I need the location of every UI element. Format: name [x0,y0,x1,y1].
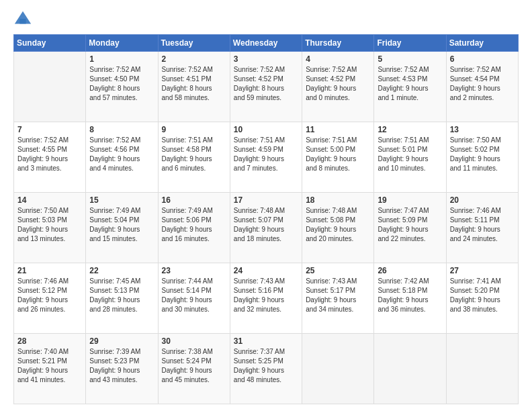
day-number: 8 [89,125,154,134]
day-info: Sunrise: 7:51 AMSunset: 4:59 PMDaylight:… [234,136,298,173]
day-number: 29 [89,336,154,346]
day-number: 30 [162,336,226,346]
calendar-cell: 21Sunrise: 7:46 AMSunset: 5:12 PMDayligh… [14,263,86,334]
calendar-cell: 15Sunrise: 7:49 AMSunset: 5:04 PMDayligh… [86,193,158,263]
calendar-cell: 6Sunrise: 7:52 AMSunset: 4:54 PMDaylight… [446,52,518,122]
day-number: 12 [378,125,442,134]
calendar-cell: 24Sunrise: 7:43 AMSunset: 5:16 PMDayligh… [230,263,302,334]
calendar-cell: 9Sunrise: 7:51 AMSunset: 4:58 PMDaylight… [158,122,230,193]
day-number: 15 [89,195,154,205]
weekday-header-thursday: Thursday [302,35,374,52]
day-number: 24 [234,266,298,275]
day-info: Sunrise: 7:50 AMSunset: 5:02 PMDaylight:… [450,136,515,173]
calendar-cell: 28Sunrise: 7:40 AMSunset: 5:21 PMDayligh… [14,334,86,404]
weekday-header-monday: Monday [86,35,158,52]
day-info: Sunrise: 7:39 AMSunset: 5:23 PMDaylight:… [89,347,154,385]
weekday-header-wednesday: Wednesday [230,35,302,52]
day-info: Sunrise: 7:46 AMSunset: 5:12 PMDaylight:… [17,277,82,314]
day-number: 5 [378,54,442,64]
day-number: 19 [378,195,442,205]
day-info: Sunrise: 7:52 AMSunset: 4:52 PMDaylight:… [306,65,370,103]
calendar-cell: 19Sunrise: 7:47 AMSunset: 5:09 PMDayligh… [374,193,446,263]
calendar-cell: 2Sunrise: 7:52 AMSunset: 4:51 PMDaylight… [158,52,230,122]
day-info: Sunrise: 7:48 AMSunset: 5:08 PMDaylight:… [306,206,370,244]
day-number: 18 [306,195,370,205]
day-info: Sunrise: 7:49 AMSunset: 5:04 PMDaylight:… [89,206,154,244]
day-number: 14 [17,195,82,205]
day-number: 26 [378,266,442,275]
calendar-table: SundayMondayTuesdayWednesdayThursdayFrid… [13,34,519,404]
calendar-cell: 22Sunrise: 7:45 AMSunset: 5:13 PMDayligh… [86,263,158,334]
calendar-cell: 29Sunrise: 7:39 AMSunset: 5:23 PMDayligh… [86,334,158,404]
day-info: Sunrise: 7:52 AMSunset: 4:51 PMDaylight:… [162,65,226,103]
day-info: Sunrise: 7:46 AMSunset: 5:11 PMDaylight:… [450,206,515,244]
day-number: 16 [162,195,226,205]
day-info: Sunrise: 7:40 AMSunset: 5:21 PMDaylight:… [17,347,82,385]
day-number: 7 [17,125,82,134]
calendar-cell: 18Sunrise: 7:48 AMSunset: 5:08 PMDayligh… [302,193,374,263]
svg-rect-1 [19,19,26,24]
calendar-week-row: 7Sunrise: 7:52 AMSunset: 4:55 PMDaylight… [14,122,519,193]
calendar-week-row: 14Sunrise: 7:50 AMSunset: 5:03 PMDayligh… [14,193,519,263]
day-info: Sunrise: 7:43 AMSunset: 5:17 PMDaylight:… [306,277,370,314]
day-info: Sunrise: 7:38 AMSunset: 5:24 PMDaylight:… [162,347,226,385]
day-info: Sunrise: 7:44 AMSunset: 5:14 PMDaylight:… [162,277,226,314]
calendar-cell [302,334,374,404]
calendar-body: 1Sunrise: 7:52 AMSunset: 4:50 PMDaylight… [14,52,519,404]
day-info: Sunrise: 7:52 AMSunset: 4:52 PMDaylight:… [234,65,298,103]
calendar-cell [446,334,518,404]
calendar-cell: 17Sunrise: 7:48 AMSunset: 5:07 PMDayligh… [230,193,302,263]
day-number: 3 [234,54,298,64]
day-info: Sunrise: 7:52 AMSunset: 4:54 PMDaylight:… [450,65,515,103]
calendar-cell: 13Sunrise: 7:50 AMSunset: 5:02 PMDayligh… [446,122,518,193]
day-info: Sunrise: 7:52 AMSunset: 4:50 PMDaylight:… [89,65,154,103]
logo [13,10,35,29]
calendar-cell: 25Sunrise: 7:43 AMSunset: 5:17 PMDayligh… [302,263,374,334]
calendar-cell: 10Sunrise: 7:51 AMSunset: 4:59 PMDayligh… [230,122,302,193]
weekday-header-friday: Friday [374,35,446,52]
day-info: Sunrise: 7:51 AMSunset: 5:00 PMDaylight:… [306,136,370,173]
day-number: 2 [162,54,226,64]
day-info: Sunrise: 7:51 AMSunset: 4:58 PMDaylight:… [162,136,226,173]
calendar-header: SundayMondayTuesdayWednesdayThursdayFrid… [14,35,519,52]
day-number: 4 [306,54,370,64]
day-info: Sunrise: 7:45 AMSunset: 5:13 PMDaylight:… [89,277,154,314]
weekday-header-sunday: Sunday [14,35,86,52]
calendar-cell: 26Sunrise: 7:42 AMSunset: 5:18 PMDayligh… [374,263,446,334]
calendar-cell: 30Sunrise: 7:38 AMSunset: 5:24 PMDayligh… [158,334,230,404]
day-info: Sunrise: 7:37 AMSunset: 5:25 PMDaylight:… [234,347,298,385]
day-number: 20 [450,195,515,205]
day-number: 21 [17,266,82,275]
day-number: 27 [450,266,515,275]
page: SundayMondayTuesdayWednesdayThursdayFrid… [0,0,532,411]
day-info: Sunrise: 7:52 AMSunset: 4:53 PMDaylight:… [378,65,442,103]
day-number: 22 [89,266,154,275]
day-info: Sunrise: 7:49 AMSunset: 5:06 PMDaylight:… [162,206,226,244]
day-info: Sunrise: 7:48 AMSunset: 5:07 PMDaylight:… [234,206,298,244]
calendar-cell: 20Sunrise: 7:46 AMSunset: 5:11 PMDayligh… [446,193,518,263]
day-number: 1 [89,54,154,64]
calendar-cell [374,334,446,404]
calendar-week-row: 1Sunrise: 7:52 AMSunset: 4:50 PMDaylight… [14,52,519,122]
day-number: 31 [234,336,298,346]
calendar-cell: 1Sunrise: 7:52 AMSunset: 4:50 PMDaylight… [86,52,158,122]
day-number: 11 [306,125,370,134]
calendar-cell: 3Sunrise: 7:52 AMSunset: 4:52 PMDaylight… [230,52,302,122]
calendar-cell: 14Sunrise: 7:50 AMSunset: 5:03 PMDayligh… [14,193,86,263]
calendar-cell: 7Sunrise: 7:52 AMSunset: 4:55 PMDaylight… [14,122,86,193]
calendar-cell: 11Sunrise: 7:51 AMSunset: 5:00 PMDayligh… [302,122,374,193]
day-number: 9 [162,125,226,134]
calendar-cell: 8Sunrise: 7:52 AMSunset: 4:56 PMDaylight… [86,122,158,193]
day-number: 28 [17,336,82,346]
day-info: Sunrise: 7:43 AMSunset: 5:16 PMDaylight:… [234,277,298,314]
day-info: Sunrise: 7:52 AMSunset: 4:56 PMDaylight:… [89,136,154,173]
day-number: 17 [234,195,298,205]
weekday-header-saturday: Saturday [446,35,518,52]
logo-icon [13,10,32,29]
day-info: Sunrise: 7:42 AMSunset: 5:18 PMDaylight:… [378,277,442,314]
calendar-cell: 23Sunrise: 7:44 AMSunset: 5:14 PMDayligh… [158,263,230,334]
calendar-cell: 12Sunrise: 7:51 AMSunset: 5:01 PMDayligh… [374,122,446,193]
calendar-cell: 31Sunrise: 7:37 AMSunset: 5:25 PMDayligh… [230,334,302,404]
calendar-cell: 4Sunrise: 7:52 AMSunset: 4:52 PMDaylight… [302,52,374,122]
calendar-week-row: 21Sunrise: 7:46 AMSunset: 5:12 PMDayligh… [14,263,519,334]
